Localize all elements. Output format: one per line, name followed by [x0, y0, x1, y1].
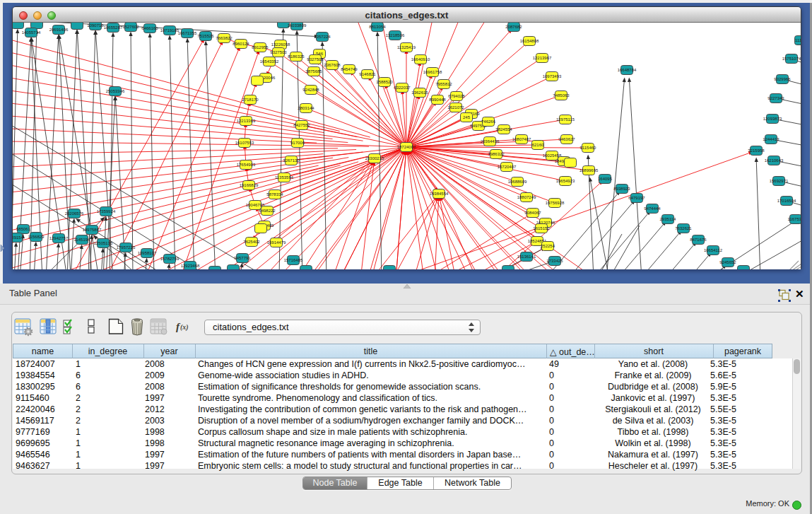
svg-text:6466160: 6466160 — [141, 26, 158, 30]
svg-text:1527602: 1527602 — [122, 25, 139, 29]
svg-text:8912955: 8912955 — [252, 45, 269, 49]
svg-text:16671355: 16671355 — [178, 31, 197, 35]
svg-text:16782759: 16782759 — [160, 257, 180, 261]
svg-text:15720407: 15720407 — [498, 165, 517, 169]
svg-text:18807249: 18807249 — [517, 195, 536, 199]
svg-text:6498222: 6498222 — [259, 209, 276, 213]
svg-text:18724007: 18724007 — [397, 145, 416, 149]
svg-text:10807487: 10807487 — [512, 137, 531, 141]
svg-text:7357224: 7357224 — [314, 35, 331, 39]
svg-text:16640910: 16640910 — [411, 57, 430, 62]
svg-text:8990448: 8990448 — [429, 98, 446, 102]
svg-text:9242848: 9242848 — [302, 88, 319, 92]
svg-text:5878334: 5878334 — [266, 192, 283, 197]
svg-text:10899695: 10899695 — [579, 168, 599, 173]
svg-text:9463627: 9463627 — [558, 137, 575, 141]
svg-text:17016504: 17016504 — [777, 199, 796, 203]
svg-text:1145194: 1145194 — [74, 238, 91, 242]
svg-text:7663822: 7663822 — [216, 36, 233, 40]
svg-text:15692971: 15692971 — [770, 179, 789, 183]
svg-text:3875685: 3875685 — [305, 69, 322, 74]
svg-text:16543352: 16543352 — [260, 59, 279, 64]
svg-text:12975115: 12975115 — [556, 117, 575, 122]
svg-text:1090716: 1090716 — [87, 23, 104, 28]
svg-text:10654112: 10654112 — [704, 248, 723, 252]
svg-text:585061: 585061 — [16, 227, 31, 231]
svg-text:8454749: 8454749 — [341, 67, 358, 71]
svg-text:19384554: 19384554 — [430, 192, 449, 196]
svg-text:2718170: 2718170 — [242, 98, 259, 102]
svg-text:10688609: 10688609 — [508, 180, 527, 184]
svg-text:13218506: 13218506 — [386, 33, 405, 37]
svg-text:11123: 11123 — [795, 38, 801, 42]
svg-text:7625402: 7625402 — [243, 240, 260, 244]
svg-text:17957225: 17957225 — [117, 245, 136, 250]
svg-text:16154808: 16154808 — [520, 39, 539, 43]
svg-text:15751074: 15751074 — [782, 57, 801, 61]
svg-text:917006: 917006 — [290, 141, 305, 145]
svg-text:16107553: 16107553 — [235, 141, 254, 145]
svg-text:20364436: 20364436 — [481, 139, 500, 144]
svg-text:12942757: 12942757 — [49, 236, 69, 240]
svg-text:8960124: 8960124 — [233, 42, 249, 46]
svg-text:1362615: 1362615 — [411, 90, 428, 95]
svg-text:20206576: 20206576 — [65, 211, 84, 216]
svg-text:25300215: 25300215 — [365, 156, 384, 160]
svg-text:3215958: 3215958 — [748, 148, 765, 153]
svg-text:9457791: 9457791 — [234, 256, 251, 260]
svg-text:2935114: 2935114 — [660, 217, 677, 221]
svg-text:12213369: 12213369 — [237, 119, 256, 123]
svg-text:1621072: 1621072 — [447, 105, 464, 110]
svg-text:25053346: 25053346 — [106, 89, 125, 93]
svg-text:1615152: 1615152 — [533, 226, 550, 230]
svg-text:6794028: 6794028 — [448, 94, 465, 98]
svg-text:62160: 62160 — [532, 143, 544, 147]
svg-text:12093873: 12093873 — [763, 117, 782, 121]
svg-text:164095: 164095 — [598, 177, 613, 181]
svg-text:19756928: 19756928 — [546, 201, 565, 205]
svg-text:19654923: 19654923 — [556, 179, 575, 183]
svg-text:15136141: 15136141 — [517, 255, 536, 259]
svg-text:139154: 139154 — [13, 235, 24, 240]
svg-text:19975867: 19975867 — [83, 228, 102, 232]
svg-text:7632621: 7632621 — [675, 226, 692, 230]
svg-text:10719185: 10719185 — [160, 28, 180, 33]
svg-text:6322037: 6322037 — [394, 86, 411, 90]
svg-text:1156829: 1156829 — [28, 235, 45, 239]
svg-text:(x): (x) — [180, 323, 189, 332]
svg-text:252254: 252254 — [541, 244, 555, 248]
svg-text:9115460: 9115460 — [580, 146, 597, 150]
svg-text:6479197: 6479197 — [628, 196, 645, 200]
svg-text:8813054: 8813054 — [369, 25, 386, 29]
svg-text:7955812: 7955812 — [435, 82, 452, 86]
svg-text:9245652: 9245652 — [719, 260, 736, 264]
svg-text:16914479: 16914479 — [267, 240, 286, 245]
svg-text:11325419: 11325419 — [397, 45, 416, 49]
svg-text:2803144: 2803144 — [298, 106, 314, 110]
svg-text:12923468: 12923468 — [181, 264, 200, 268]
svg-text:17654903: 17654903 — [237, 163, 256, 167]
svg-text:8186325: 8186325 — [288, 54, 305, 59]
svg-text:7515526: 7515526 — [197, 34, 214, 38]
svg-text:1733426: 1733426 — [546, 259, 563, 263]
svg-text:9327503: 9327503 — [270, 50, 287, 54]
svg-text:7986322: 7986322 — [488, 152, 505, 156]
svg-text:12505135: 12505135 — [94, 241, 113, 245]
svg-text:245: 245 — [463, 115, 471, 119]
svg-text:16648784: 16648784 — [618, 68, 637, 72]
svg-text:8938923: 8938923 — [613, 187, 630, 191]
svg-text:16961758: 16961758 — [423, 70, 442, 74]
svg-text:7485063: 7485063 — [553, 93, 570, 98]
svg-text:9327508: 9327508 — [307, 57, 324, 62]
svg-text:8471676: 8471676 — [690, 238, 707, 242]
svg-text:9474444: 9474444 — [644, 206, 661, 211]
svg-text:17359924: 17359924 — [97, 209, 116, 214]
svg-text:8427552: 8427552 — [293, 123, 310, 127]
svg-text:16033809: 16033809 — [288, 23, 307, 28]
svg-text:2087682: 2087682 — [505, 25, 522, 29]
svg-text:2367608: 2367608 — [324, 63, 341, 67]
svg-text:3824554: 3824554 — [495, 127, 512, 132]
svg-text:9084067: 9084067 — [524, 211, 541, 215]
svg-text:15716485: 15716485 — [284, 258, 303, 262]
svg-text:1167533: 1167533 — [788, 217, 801, 221]
